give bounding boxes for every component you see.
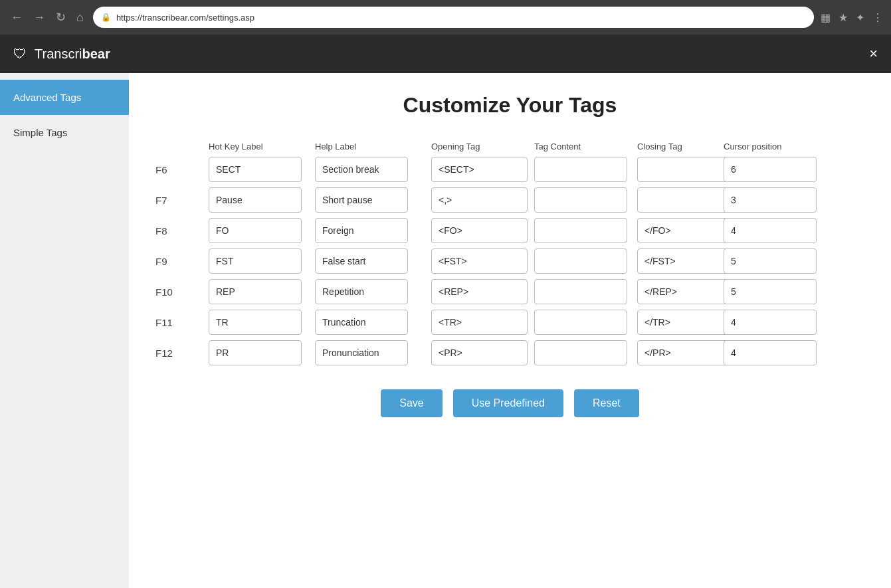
- browser-actions: ▦ ★ ✦ ⋮: [821, 11, 883, 24]
- f10-content-input[interactable]: [534, 279, 627, 304]
- f12-opening-input[interactable]: [431, 340, 528, 365]
- col-tag-content: Tag Content: [534, 142, 637, 151]
- app-title: 🛡 Transcribear: [13, 47, 110, 62]
- col-opening-tag: Opening Tag: [431, 142, 534, 151]
- extensions-icon[interactable]: ✦: [856, 11, 864, 24]
- f11-content-input[interactable]: [534, 310, 627, 335]
- f9-hotkey-input[interactable]: [209, 248, 302, 274]
- f11-help-input[interactable]: [315, 310, 408, 335]
- f10-closing-input[interactable]: [637, 279, 730, 304]
- sidebar-item-advanced-tags[interactable]: Advanced Tags: [0, 80, 129, 115]
- key-f7: F7: [155, 195, 209, 206]
- f8-cursor-input[interactable]: [724, 218, 817, 243]
- f9-cursor-input[interactable]: [724, 248, 817, 274]
- bear-icon: 🛡: [13, 47, 27, 62]
- table-row: F6: [155, 157, 864, 182]
- close-button[interactable]: ×: [869, 45, 878, 62]
- lock-icon: 🔒: [101, 13, 111, 22]
- page-title: Customize Your Tags: [155, 93, 864, 118]
- main-layout: Advanced Tags Simple Tags Customize Your…: [0, 73, 891, 588]
- tags-table: Hot Key Label Help Label Opening Tag Tag…: [155, 142, 864, 365]
- f6-hotkey-input[interactable]: [209, 157, 302, 182]
- f6-opening-input[interactable]: [431, 157, 528, 182]
- f10-help-input[interactable]: [315, 279, 408, 304]
- save-button[interactable]: Save: [381, 389, 442, 417]
- f12-hotkey-input[interactable]: [209, 340, 302, 365]
- f11-closing-input[interactable]: [637, 310, 730, 335]
- content-area: Customize Your Tags Hot Key Label Help L…: [129, 73, 891, 588]
- f6-closing-input[interactable]: [637, 157, 730, 182]
- table-row: F8: [155, 218, 864, 243]
- f7-opening-input[interactable]: [431, 187, 528, 213]
- f8-hotkey-input[interactable]: [209, 218, 302, 243]
- key-f10: F10: [155, 286, 209, 298]
- f8-help-input[interactable]: [315, 218, 408, 243]
- sidebar: Advanced Tags Simple Tags: [0, 73, 129, 588]
- f11-opening-input[interactable]: [431, 310, 528, 335]
- menu-icon[interactable]: ⋮: [872, 11, 883, 24]
- f6-help-input[interactable]: [315, 157, 408, 182]
- table-row: F11: [155, 310, 864, 335]
- f10-opening-input[interactable]: [431, 279, 528, 304]
- f12-closing-input[interactable]: [637, 340, 730, 365]
- f9-content-input[interactable]: [534, 248, 627, 274]
- key-f8: F8: [155, 225, 209, 237]
- use-predefined-button[interactable]: Use Predefined: [453, 389, 563, 417]
- f8-opening-input[interactable]: [431, 218, 528, 243]
- col-hotkey-label: Hot Key Label: [209, 142, 315, 151]
- button-row: Save Use Predefined Reset: [155, 389, 864, 417]
- f7-hotkey-input[interactable]: [209, 187, 302, 213]
- table-row: F10: [155, 279, 864, 304]
- f7-cursor-input[interactable]: [724, 187, 817, 213]
- f10-hotkey-input[interactable]: [209, 279, 302, 304]
- browser-bar: ← → ↻ ⌂ 🔒 https://transcribear.com/setti…: [0, 0, 891, 35]
- f12-help-input[interactable]: [315, 340, 408, 365]
- f11-hotkey-input[interactable]: [209, 310, 302, 335]
- reload-button[interactable]: ↻: [53, 7, 68, 27]
- f10-cursor-input[interactable]: [724, 279, 817, 304]
- f7-closing-input[interactable]: [637, 187, 730, 213]
- col-closing-tag: Closing Tag: [637, 142, 724, 151]
- tab-icon[interactable]: ▦: [821, 11, 831, 24]
- col-help-label: Help Label: [315, 142, 431, 151]
- home-button[interactable]: ⌂: [74, 8, 86, 27]
- f8-content-input[interactable]: [534, 218, 627, 243]
- table-row: F7: [155, 187, 864, 213]
- f6-content-input[interactable]: [534, 157, 627, 182]
- f9-opening-input[interactable]: [431, 248, 528, 274]
- bookmark-icon[interactable]: ★: [839, 11, 848, 24]
- f7-content-input[interactable]: [534, 187, 627, 213]
- f7-help-input[interactable]: [315, 187, 408, 213]
- f12-content-input[interactable]: [534, 340, 627, 365]
- table-row: F12: [155, 340, 864, 365]
- nav-buttons: ← → ↻ ⌂: [8, 7, 86, 27]
- f9-closing-input[interactable]: [637, 248, 730, 274]
- key-f9: F9: [155, 256, 209, 267]
- back-button[interactable]: ←: [8, 8, 25, 27]
- key-f11: F11: [155, 317, 209, 328]
- table-header: Hot Key Label Help Label Opening Tag Tag…: [155, 142, 864, 157]
- f11-cursor-input[interactable]: [724, 310, 817, 335]
- table-row: F9: [155, 248, 864, 274]
- forward-button[interactable]: →: [31, 8, 48, 27]
- url-text: https://transcribear.com/settings.asp: [116, 13, 254, 23]
- f12-cursor-input[interactable]: [724, 340, 817, 365]
- url-bar[interactable]: 🔒 https://transcribear.com/settings.asp: [93, 7, 814, 28]
- col-cursor-position: Cursor position: [724, 142, 827, 151]
- sidebar-item-simple-tags[interactable]: Simple Tags: [0, 115, 129, 150]
- f8-closing-input[interactable]: [637, 218, 730, 243]
- key-f12: F12: [155, 347, 209, 359]
- reset-button[interactable]: Reset: [574, 389, 639, 417]
- f6-cursor-input[interactable]: [724, 157, 817, 182]
- key-f6: F6: [155, 164, 209, 175]
- col-key: [155, 142, 209, 151]
- f9-help-input[interactable]: [315, 248, 408, 274]
- title-text: Transcribear: [35, 47, 110, 62]
- app-header: 🛡 Transcribear ×: [0, 35, 891, 73]
